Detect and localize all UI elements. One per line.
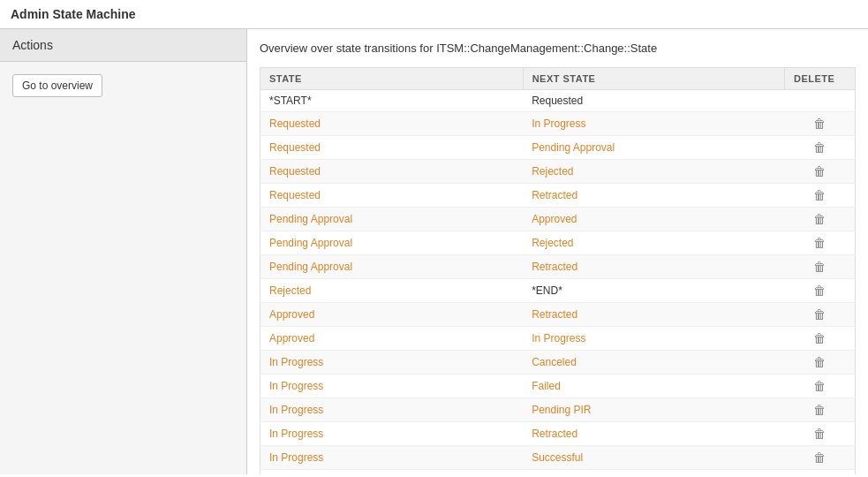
sidebar-content: Go to overview — [0, 62, 246, 110]
table-row: In ProgressPending PIR🗑 — [260, 398, 856, 422]
table-row: Pending PIRFailed🗑 — [260, 470, 856, 475]
delete-cell: 🗑 — [785, 255, 856, 279]
delete-icon[interactable]: 🗑 — [813, 284, 826, 298]
next-state-link[interactable]: Rejected — [532, 165, 573, 178]
next-state-link[interactable]: Retracted — [532, 261, 577, 273]
next-state-cell: In Progress — [523, 327, 784, 351]
state-link[interactable]: Pending Approval — [269, 237, 352, 249]
state-link[interactable]: Approved — [269, 332, 314, 344]
state-cell: In Progress — [260, 375, 524, 398]
table-row: Pending ApprovalRejected🗑 — [260, 231, 856, 255]
state-link[interactable]: In Progress — [269, 404, 323, 416]
next-state-cell: Rejected — [523, 231, 784, 255]
table-row: ApprovedIn Progress🗑 — [260, 327, 856, 351]
next-state-cell: Canceled — [523, 351, 784, 375]
delete-icon[interactable]: 🗑 — [813, 355, 826, 369]
next-state-cell: Pending PIR — [523, 398, 784, 422]
state-link[interactable]: Rejected — [269, 284, 311, 297]
delete-icon[interactable]: 🗑 — [813, 260, 826, 274]
delete-cell: 🗑 — [785, 279, 856, 303]
state-link[interactable]: Requested — [269, 189, 321, 201]
table-row: Rejected*END*🗑 — [260, 279, 856, 303]
next-state-link[interactable]: Retracted — [532, 189, 577, 201]
state-link[interactable]: In Progress — [269, 428, 323, 440]
content-area: Overview over state transitions for ITSM… — [247, 29, 868, 474]
state-cell: In Progress — [260, 422, 524, 446]
delete-icon[interactable]: 🗑 — [813, 188, 826, 202]
delete-icon[interactable]: 🗑 — [813, 403, 826, 417]
next-state-link[interactable]: In Progress — [532, 117, 585, 130]
next-state-link[interactable]: Canceled — [532, 356, 577, 368]
state-transitions-table: STATE NEXT STATE DELETE *START*Requested… — [260, 67, 856, 474]
state-link[interactable]: In Progress — [269, 451, 323, 464]
delete-cell — [785, 90, 856, 112]
table-row: In ProgressFailed🗑 — [260, 375, 856, 398]
state-cell: Requested — [260, 136, 524, 160]
table-row: *START*Requested — [260, 90, 856, 112]
delete-cell: 🗑 — [785, 446, 856, 470]
delete-icon[interactable]: 🗑 — [813, 307, 826, 322]
delete-cell: 🗑 — [785, 470, 856, 475]
delete-icon[interactable]: 🗑 — [813, 450, 826, 465]
delete-icon[interactable]: 🗑 — [813, 379, 826, 393]
page-header: Admin State Machine — [0, 0, 868, 29]
delete-icon[interactable]: 🗑 — [813, 427, 826, 441]
delete-icon[interactable]: 🗑 — [813, 331, 826, 345]
next-state-link[interactable]: In Progress — [532, 332, 585, 344]
state-cell: Pending PIR — [260, 470, 524, 475]
table-row: RequestedRetracted🗑 — [260, 184, 856, 208]
go-to-overview-button[interactable]: Go to overview — [12, 74, 102, 97]
state-cell: Approved — [260, 327, 524, 351]
delete-cell: 🗑 — [785, 184, 856, 208]
next-state-link[interactable]: Approved — [532, 213, 577, 225]
go-to-overview-label: Go to overview — [22, 80, 93, 92]
table-row: In ProgressSuccessful🗑 — [260, 446, 856, 470]
delete-cell: 🗑 — [785, 208, 856, 231]
delete-icon[interactable]: 🗑 — [813, 140, 826, 155]
next-state-link[interactable]: Failed — [532, 380, 561, 392]
state-link[interactable]: Approved — [269, 308, 314, 321]
table-row: In ProgressRetracted🗑 — [260, 422, 856, 446]
table-header-row: STATE NEXT STATE DELETE — [260, 68, 856, 90]
state-link[interactable]: In Progress — [269, 380, 323, 392]
state-link[interactable]: Requested — [269, 165, 321, 178]
col-delete-header: DELETE — [785, 68, 856, 90]
table-row: ApprovedRetracted🗑 — [260, 303, 856, 327]
actions-header: Actions — [0, 29, 246, 62]
state-link[interactable]: Pending Approval — [269, 213, 352, 225]
state-link[interactable]: In Progress — [269, 356, 323, 368]
next-state-cell: Failed — [523, 375, 784, 398]
state-link[interactable]: Pending Approval — [269, 261, 352, 273]
delete-icon[interactable]: 🗑 — [813, 164, 826, 178]
next-state-cell: Failed — [523, 470, 784, 475]
state-link[interactable]: Requested — [269, 141, 321, 154]
table-row: RequestedPending Approval🗑 — [260, 136, 856, 160]
delete-icon[interactable]: 🗑 — [813, 117, 826, 131]
next-state-link[interactable]: Rejected — [532, 237, 573, 249]
delete-cell: 🗑 — [785, 136, 856, 160]
page-title: Admin State Machine — [11, 7, 136, 21]
state-cell: Requested — [260, 184, 524, 208]
next-state-text: *END* — [532, 284, 562, 297]
col-state-header: STATE — [260, 68, 524, 90]
table-row: In ProgressCanceled🗑 — [260, 351, 856, 375]
next-state-text: Requested — [532, 95, 583, 107]
state-cell: Requested — [260, 112, 524, 136]
col-next-state-header: NEXT STATE — [523, 68, 784, 90]
delete-cell: 🗑 — [785, 112, 856, 136]
delete-cell: 🗑 — [785, 327, 856, 351]
state-cell: Pending Approval — [260, 231, 524, 255]
state-cell: Pending Approval — [260, 208, 524, 231]
delete-cell: 🗑 — [785, 160, 856, 184]
delete-icon[interactable]: 🗑 — [813, 236, 826, 250]
next-state-link[interactable]: Pending PIR — [532, 404, 591, 416]
delete-icon[interactable]: 🗑 — [813, 212, 826, 226]
state-link[interactable]: Requested — [269, 117, 321, 130]
overview-title: Overview over state transitions for ITSM… — [260, 42, 856, 55]
next-state-link[interactable]: Retracted — [532, 308, 577, 321]
next-state-link[interactable]: Retracted — [532, 428, 577, 440]
table-row: RequestedRejected🗑 — [260, 160, 856, 184]
next-state-link[interactable]: Pending Approval — [532, 141, 615, 154]
state-cell: In Progress — [260, 398, 524, 422]
next-state-link[interactable]: Successful — [532, 451, 583, 464]
